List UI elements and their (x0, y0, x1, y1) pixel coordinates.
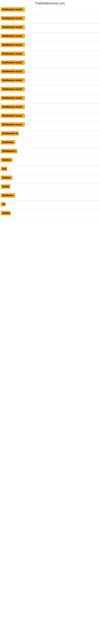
bottleneck-badge[interactable]: Bottle (1, 184, 10, 189)
list-item: Bottleneck result (0, 15, 100, 24)
bottleneck-badge[interactable]: Bottleneck result (1, 69, 25, 74)
list-item: Bottleneck result (0, 112, 100, 121)
bottleneck-badge[interactable]: Bottlen (1, 158, 12, 162)
list-item: Bottleneck result (0, 59, 100, 68)
list-item: Bottle (0, 183, 100, 192)
bottleneck-badge[interactable]: Bottlenec (1, 140, 15, 144)
list-item: Bo (0, 201, 100, 210)
bottleneck-badge[interactable]: Bottleneck result (1, 122, 25, 127)
bottom-spacer (0, 218, 100, 339)
list-item: Bottleneck re (0, 130, 100, 139)
list-item: Bottleneck result (0, 104, 100, 112)
bottleneck-badge[interactable]: Bottleneck result (1, 7, 25, 12)
list-item: Bottleneck result (0, 121, 100, 130)
list-item: Bottleneck result (0, 24, 100, 32)
bottleneck-badge[interactable]: Bottler (1, 211, 11, 215)
bottleneck-badge[interactable]: Bottleneck result (1, 60, 25, 65)
bottleneck-badge[interactable]: Bottlen (1, 176, 12, 180)
list-item: Bottleneck result (0, 50, 100, 59)
bottleneck-badge[interactable]: Bo (1, 202, 6, 206)
list-item: Bottleneck r (0, 148, 100, 156)
bottleneck-badge[interactable]: Bottlenec (1, 193, 15, 198)
bottleneck-badge[interactable]: Bottleneck re (1, 131, 19, 136)
bottleneck-badge[interactable]: Bot (1, 167, 7, 171)
bottleneck-badge[interactable]: Bottleneck result (1, 78, 25, 82)
list-item: Bottleneck result (0, 77, 100, 86)
bottleneck-badge[interactable]: Bottleneck result (1, 16, 25, 20)
list-item: Bottleneck result (0, 68, 100, 77)
bottleneck-badge[interactable]: Bottleneck result (1, 34, 25, 38)
bottleneck-badge[interactable]: Bottleneck result (1, 96, 25, 100)
bottleneck-badge[interactable]: Bottleneck result (1, 87, 25, 91)
list-item: Bottleneck result (0, 94, 100, 104)
list-item: Bot (0, 166, 100, 174)
bottleneck-badge[interactable]: Bottleneck result (1, 105, 25, 109)
list-item: Bottleneck result (0, 86, 100, 94)
bottleneck-badge[interactable]: Bottleneck result (1, 25, 25, 30)
list-item: Bottlenec (0, 192, 100, 201)
list-item: Bottlenec (0, 139, 100, 148)
bottleneck-badge[interactable]: Bottleneck result (1, 52, 25, 56)
site-title: TheBottlenecker.com (0, 0, 100, 6)
list-item: Bottleneck result (0, 42, 100, 50)
bottleneck-badge[interactable]: Bottleneck result (1, 114, 25, 118)
bottleneck-badge[interactable]: Bottleneck result (1, 43, 25, 47)
list-item: Bottlen (0, 174, 100, 183)
list-item: Bottleneck result (0, 32, 100, 42)
list-item: Bottler (0, 210, 100, 218)
list-item: Bottlen (0, 156, 100, 166)
list-item: Bottleneck result (0, 6, 100, 15)
bottleneck-badge[interactable]: Bottleneck r (1, 149, 17, 153)
